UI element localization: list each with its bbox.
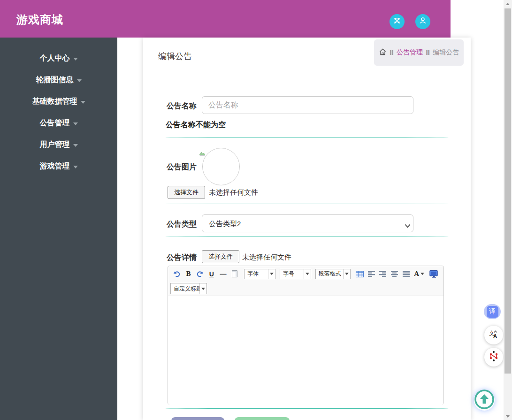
- scrollbar[interactable]: [504, 0, 512, 420]
- chevron-down-icon: [420, 273, 424, 275]
- sidebar-item-user-management[interactable]: 用户管理: [0, 134, 117, 155]
- user-button[interactable]: [415, 14, 430, 29]
- chevron-down-icon: [77, 79, 82, 82]
- content-card: 编辑公告 Ⅱ 公告管理 Ⅱ 编辑公告 公告名称 公告名称不能为空 公告图片: [143, 38, 471, 420]
- chevron-down-icon: [268, 269, 275, 279]
- editor-content-area[interactable]: [168, 296, 443, 405]
- bold-button[interactable]: B: [183, 269, 194, 279]
- align-right-icon[interactable]: [378, 269, 388, 279]
- page-title: 编辑公告: [158, 51, 192, 62]
- sidebar-item-label: 公告管理: [40, 118, 70, 128]
- sidebar-item-label: 基础数据管理: [32, 97, 77, 107]
- align-left-icon[interactable]: [367, 269, 377, 279]
- editor-toolbar: B U — 字体 字号: [168, 266, 443, 296]
- arrow-up-circle-icon: [474, 389, 495, 412]
- network-graph-icon: [488, 351, 499, 364]
- fullscreen-editor-icon[interactable]: [428, 269, 439, 279]
- section-divider: [165, 408, 449, 409]
- section-divider: [165, 237, 449, 237]
- translate-badge: 译: [487, 306, 498, 318]
- reset-button[interactable]: [235, 417, 290, 420]
- translate-pill-button[interactable]: 译: [484, 304, 501, 319]
- breadcrumb: Ⅱ 公告管理 Ⅱ 编辑公告: [374, 39, 464, 66]
- sidebar-item-label: 游戏管理: [40, 161, 70, 171]
- chevron-down-icon: [343, 269, 350, 279]
- detail-file-button[interactable]: 选择文件: [202, 250, 239, 263]
- screen: 游戏商城 个人中心 轮播图信息 基: [0, 0, 512, 420]
- detail-file-status: 未选择任何文件: [242, 253, 291, 262]
- submit-button[interactable]: [171, 417, 224, 420]
- breadcrumb-current: 编辑公告: [433, 48, 459, 57]
- svg-text:A: A: [493, 333, 497, 339]
- scroll-up-icon[interactable]: [504, 0, 512, 8]
- chevron-down-icon: [73, 144, 78, 147]
- name-error-text: 公告名称不能为空: [166, 120, 226, 130]
- broken-image-icon: [199, 149, 207, 159]
- align-justify-icon[interactable]: [401, 269, 411, 279]
- header: 游戏商城: [0, 0, 451, 38]
- font-family-select[interactable]: 字体: [244, 269, 275, 279]
- scroll-down-icon[interactable]: [504, 412, 512, 420]
- sidebar-item-base-data[interactable]: 基础数据管理: [0, 91, 117, 112]
- chevron-down-icon: [73, 58, 78, 61]
- app-title: 游戏商城: [16, 12, 63, 27]
- section-divider: [165, 137, 449, 138]
- chevron-down-icon: [304, 269, 311, 279]
- sidebar-item-label: 个人中心: [40, 53, 70, 63]
- type-label: 公告类型: [167, 220, 197, 229]
- type-select[interactable]: 公告类型2: [202, 214, 413, 232]
- translate-icon: 文 A: [489, 329, 499, 341]
- image-label: 公告图片: [167, 162, 197, 172]
- translate-circle-button[interactable]: 文 A: [484, 326, 503, 344]
- sidebar-item-carousel-info[interactable]: 轮播图信息: [0, 69, 117, 91]
- font-size-select[interactable]: 字号: [280, 269, 311, 279]
- font-color-button[interactable]: A: [413, 269, 426, 279]
- section-divider: [165, 204, 449, 205]
- sidebar-item-personal-center[interactable]: 个人中心: [0, 47, 117, 69]
- name-input[interactable]: [202, 96, 413, 114]
- chevron-down-icon: [81, 101, 85, 104]
- image-preview-circle[interactable]: [202, 148, 240, 185]
- breadcrumb-separator: Ⅱ: [390, 49, 394, 56]
- paragraph-format-select[interactable]: 段落格式: [315, 269, 351, 279]
- sidebar-item-announcement[interactable]: 公告管理: [0, 112, 117, 134]
- rich-text-editor: B U — 字体 字号: [168, 266, 444, 405]
- align-center-icon[interactable]: [390, 269, 400, 279]
- name-label: 公告名称: [167, 101, 197, 111]
- sidebar: 个人中心 轮播图信息 基础数据管理 公告管理 用户管理 游戏管理: [0, 38, 117, 420]
- expand-icon: [393, 17, 401, 26]
- table-icon[interactable]: [355, 269, 365, 279]
- chevron-down-icon: [199, 283, 206, 294]
- home-icon[interactable]: [379, 48, 387, 57]
- underline-button[interactable]: U: [206, 269, 217, 279]
- sidebar-item-label: 轮播图信息: [36, 75, 74, 85]
- undo-icon[interactable]: [172, 269, 182, 279]
- custom-title-select[interactable]: 自定义标题: [170, 283, 207, 294]
- back-to-top-button[interactable]: [474, 390, 495, 411]
- detail-label: 公告详情: [167, 253, 197, 263]
- image-file-button[interactable]: 选择文件: [168, 186, 205, 199]
- horizontal-rule-button[interactable]: —: [218, 269, 229, 279]
- sidebar-item-label: 用户管理: [40, 140, 70, 150]
- breadcrumb-separator: Ⅱ: [426, 49, 430, 56]
- redo-icon[interactable]: [195, 269, 205, 279]
- user-icon: [419, 16, 427, 27]
- sidebar-item-game-management[interactable]: 游戏管理: [0, 155, 117, 177]
- breadcrumb-link-announcement[interactable]: 公告管理: [397, 48, 423, 57]
- chevron-down-icon: [73, 122, 78, 125]
- image-file-status: 未选择任何文件: [209, 188, 258, 197]
- chevron-down-icon: [73, 166, 78, 168]
- network-circle-button[interactable]: [484, 348, 503, 367]
- fullscreen-button[interactable]: [390, 14, 405, 29]
- scrollbar-thumb[interactable]: [504, 8, 511, 374]
- document-icon[interactable]: [229, 269, 240, 279]
